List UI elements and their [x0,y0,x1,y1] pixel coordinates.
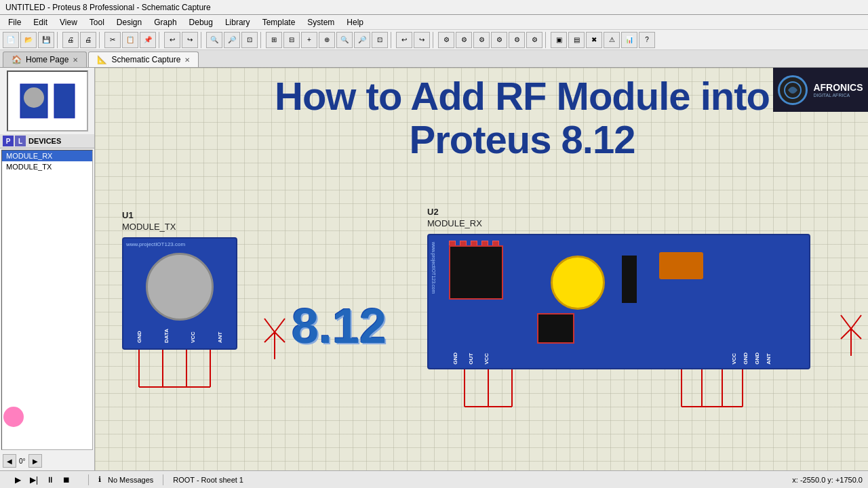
u1-type: MODULE_TX [122,222,176,232]
rx-yellow-circle [551,256,605,310]
toolbar-b6[interactable]: 🔎 [354,32,370,48]
status-root: ROOT - Root sheet 1 [173,476,243,484]
toolbar-print[interactable]: 🖨 [62,32,79,48]
menu-debug[interactable]: Debug [184,16,218,28]
tx-pin-ant: ANT [217,329,223,343]
toolbar-b13[interactable]: ⚙ [491,32,507,48]
tabbar: 🏠 Home Page ✕ 📐 Schematic Capture ✕ [0,50,868,68]
toolbar-zoom-fit[interactable]: ⊡ [241,32,258,48]
menu-view[interactable]: View [54,16,83,28]
toolbar-b4[interactable]: ⊕ [319,32,335,48]
menu-edit[interactable]: Edit [28,16,53,28]
sidebar: P L DEVICES MODULE_RX MODULE_TX ◀ 0° ▶ [0,68,95,470]
device-module-rx[interactable]: MODULE_RX [2,150,92,161]
svg-line-24 [841,315,851,329]
preview-thumbnail [17,81,78,121]
rx-pin-vcc: VCC [484,352,490,365]
toolbar-undo[interactable]: ↩ [164,32,180,48]
toolbar-copy[interactable]: 📋 [122,32,138,48]
menu-design[interactable]: Design [111,16,147,28]
toolbar-help[interactable]: ? [639,32,655,48]
tx-board-url: www.projectIOT123.com [126,241,233,247]
svg-line-10 [264,319,275,332]
toolbar-open[interactable]: 📂 [20,32,37,48]
canvas-content: AFRONICS DIGITAL AFRICA How to Add RF Mo… [95,68,868,470]
rx-orange-rect [659,252,703,279]
stop-button[interactable]: ⏹ [60,473,73,487]
toolbar-b9[interactable]: ↪ [414,32,430,48]
status-sep2 [163,474,163,485]
toolbar-print2[interactable]: 🖨 [80,32,96,48]
status-sep1 [88,474,89,485]
toolbar-b7[interactable]: ⊡ [372,32,388,48]
menu-system[interactable]: System [302,16,340,28]
svg-line-13 [275,332,285,342]
toolbar-b5[interactable]: 🔍 [336,32,353,48]
rx-pin-vcc2: VCC [731,352,737,365]
toolbar-b15[interactable]: ⚙ [526,32,542,48]
toolbar-b14[interactable]: ⚙ [509,32,525,48]
canvas-area[interactable]: AFRONICS DIGITAL AFRICA How to Add RF Mo… [95,68,868,470]
svg-line-27 [851,329,861,339]
nav-left[interactable]: ◀ [3,454,16,468]
tx-antenna [258,305,292,362]
tab-schematic-close[interactable]: ✕ [184,56,190,64]
statusbar: ▶ ▶| ⏸ ⏹ ℹ No Messages ROOT - Root sheet… [0,470,868,488]
svg-rect-1 [54,84,75,118]
toolbar-zoom-out[interactable]: 🔎 [224,32,240,48]
menu-help[interactable]: Help [341,16,369,28]
tx-pin-data: DATA [163,329,170,343]
toolbar-redo[interactable]: ↪ [182,32,198,48]
rx-antenna [834,302,868,359]
menu-graph[interactable]: Graph [149,16,182,28]
toolbar-b1[interactable]: ⊞ [266,32,282,48]
toolbar-b20[interactable]: 📊 [621,32,637,48]
app-title: UNTITLED - Proteus 8 Professional - Sche… [5,3,211,12]
toolbar-b2[interactable]: ⊟ [283,32,300,48]
titlebar: UNTITLED - Proteus 8 Professional - Sche… [0,0,868,15]
version-text: 8.12 [292,298,387,354]
menu-template[interactable]: Template [257,16,301,28]
menu-file[interactable]: File [3,16,26,28]
tab-schematic[interactable]: 📐 Schematic Capture ✕ [88,52,199,67]
title-line2: Proteus 8.12 [197,118,848,161]
menu-library[interactable]: Library [220,16,256,28]
tab-home-close[interactable]: ✕ [73,56,78,64]
module-rx-board: www.projectIOT123.com [427,234,810,369]
toolbar-b3[interactable]: + [301,32,317,48]
main-layout: P L DEVICES MODULE_RX MODULE_TX ◀ 0° ▶ [0,68,868,470]
module-tx-component[interactable]: www.projectIOT123.com GND DATA VCC ANT [122,237,237,390]
toolbar-zoom-in[interactable]: 🔍 [206,32,222,48]
devices-l-button[interactable]: L [15,136,26,146]
menu-tool[interactable]: Tool [84,16,110,28]
toolbar-paste[interactable]: 📌 [140,32,156,48]
toolbar-b12[interactable]: ⚙ [473,32,490,48]
devices-p-button[interactable]: P [3,136,14,146]
tx-wires [122,350,237,390]
toolbar-b17[interactable]: ▤ [568,32,585,48]
nav-right[interactable]: ▶ [28,454,42,468]
devices-panel: MODULE_RX MODULE_TX [1,150,93,450]
toolbar-new[interactable]: 📄 [3,32,19,48]
toolbar-cut[interactable]: ✂ [104,32,121,48]
device-module-tx[interactable]: MODULE_TX [2,161,92,172]
toolbar-b19[interactable]: ⚠ [604,32,620,48]
rx-board-url: www.projectIOT123.com [431,242,436,293]
toolbar-b8[interactable]: ↩ [396,32,412,48]
devices-label: DEVICES [28,137,61,145]
toolbar-save[interactable]: 💾 [38,32,54,48]
rx-black-rect [622,256,637,303]
toolbar-b10[interactable]: ⚙ [438,32,454,48]
rx-pins-left: GND OUT VCC [452,352,490,365]
rx-antenna-svg [834,302,868,356]
u1-label-area: U1 MODULE_TX [122,210,176,235]
pause-button[interactable]: ⏸ [43,473,57,487]
toolbar-b18[interactable]: ✖ [586,32,602,48]
play-step-button[interactable]: ▶| [27,473,41,487]
rx-pin-gnd3: GND [754,352,760,365]
play-button[interactable]: ▶ [11,473,24,487]
toolbar-b11[interactable]: ⚙ [456,32,472,48]
module-rx-component[interactable]: www.projectIOT123.com [427,234,814,410]
toolbar-b16[interactable]: ▣ [551,32,567,48]
tab-home[interactable]: 🏠 Home Page ✕ [3,52,87,67]
